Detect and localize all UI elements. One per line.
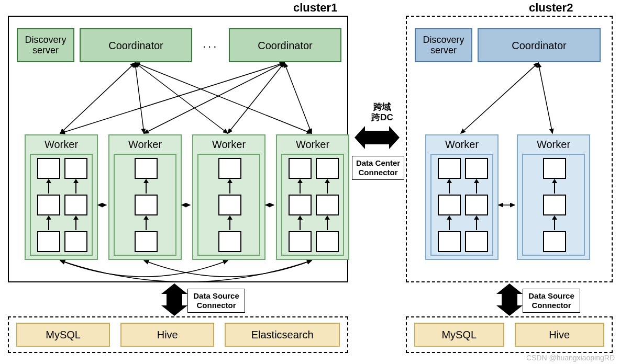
ds-conn-l2: Connector — [526, 301, 577, 310]
cluster1-box: Discovery server Coordinator ··· Coordin… — [8, 16, 348, 282]
discovery-server-c2: Discovery server — [415, 28, 472, 62]
ds-conn-l2: Connector — [191, 301, 241, 310]
worker-body — [30, 154, 93, 256]
hive-box-c2: Hive — [515, 323, 605, 347]
worker-label: Worker — [26, 139, 97, 151]
worker-body — [522, 154, 585, 256]
worker-body — [281, 154, 344, 256]
diagram-canvas: { "labels": { "cluster1": "cluster1", "c… — [0, 0, 620, 364]
worker-label: Worker — [518, 139, 589, 151]
worker-c1-3: Worker — [192, 134, 265, 260]
coordinator-ellipsis: ··· — [203, 40, 218, 53]
coordinator-c1-1: Coordinator — [80, 28, 192, 62]
worker-label: Worker — [109, 139, 181, 151]
ds-arrow-c2 — [502, 293, 517, 306]
dc-connector-l1: Data Center — [356, 158, 401, 168]
cluster2-label: cluster2 — [529, 1, 573, 15]
cross-dc-arrow — [364, 131, 390, 144]
worker-label: Worker — [426, 139, 497, 151]
discovery-server-c1: Discovery server — [17, 28, 74, 62]
mysql-box-c2: MySQL — [414, 323, 504, 347]
worker-c2-2: Worker — [517, 134, 590, 260]
watermark: CSDN @huangxiaopingRD — [526, 354, 615, 362]
worker-c1-1: Worker — [25, 134, 98, 260]
worker-c1-4: Worker — [276, 134, 349, 260]
coordinator-c2: Coordinator — [478, 28, 601, 62]
worker-body — [197, 154, 260, 256]
ds-connector-label-c2: Data Source Connector — [523, 289, 580, 313]
datasource-row-c2: MySQL Hive — [406, 316, 613, 353]
cross-line1: 跨域 — [367, 102, 398, 112]
worker-label: Worker — [193, 139, 264, 151]
hive-box-c1: Hive — [120, 323, 214, 347]
cross-line2: 跨DC — [367, 112, 398, 123]
worker-body — [430, 154, 493, 256]
dc-connector-l2: Connector — [356, 168, 401, 177]
ds-conn-l1: Data Source — [526, 291, 577, 301]
mysql-box-c1: MySQL — [16, 323, 110, 347]
worker-c2-1: Worker — [425, 134, 499, 260]
ds-conn-l1: Data Source — [191, 291, 241, 301]
ds-arrow-c1 — [167, 293, 182, 306]
cluster1-label: cluster1 — [293, 1, 337, 15]
worker-label: Worker — [277, 139, 348, 151]
worker-body — [114, 154, 176, 256]
cross-domain-label: 跨域 跨DC — [367, 102, 398, 123]
ds-connector-label-c1: Data Source Connector — [187, 289, 245, 313]
datasource-row-c1: MySQL Hive Elasticsearch — [8, 316, 348, 353]
es-box-c1: Elasticsearch — [225, 323, 340, 347]
data-center-connector-label: Data Center Connector — [352, 156, 404, 180]
worker-c1-2: Worker — [108, 134, 182, 260]
coordinator-c1-n: Coordinator — [229, 28, 341, 62]
cluster2-box: Discovery server Coordinator Worker Work… — [406, 16, 613, 282]
